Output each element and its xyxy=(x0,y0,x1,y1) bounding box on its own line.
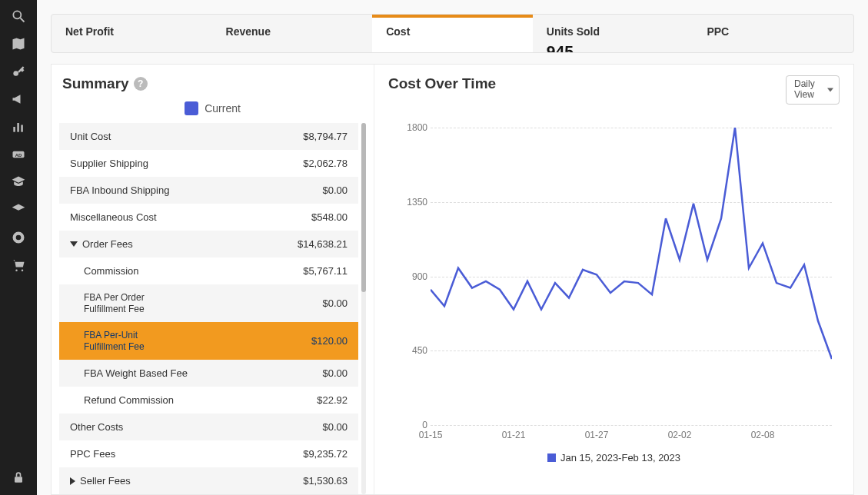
svg-rect-5 xyxy=(21,125,23,132)
cart-icon[interactable] xyxy=(10,257,27,274)
kpi-label: Net Profit xyxy=(65,25,198,38)
y-tick-label: 900 xyxy=(398,271,427,282)
scrollbar-thumb[interactable] xyxy=(361,123,366,292)
row-value: $5,767.11 xyxy=(303,265,348,277)
view-select-label: Daily View xyxy=(794,78,815,100)
row-value: $9,235.72 xyxy=(303,448,348,460)
table-row[interactable]: Refund Commission$22.92 xyxy=(59,387,358,414)
chart-area: 04509001350180001-1501-2101-2702-0202-08… xyxy=(388,112,840,494)
help-icon[interactable]: ? xyxy=(134,77,148,91)
summary-title: Summary xyxy=(62,75,129,92)
content-row: Summary ? Current Unit Cost$8,794.77Supp… xyxy=(51,64,854,495)
grad-cap-icon[interactable] xyxy=(10,174,27,191)
kpi-value: 945 xyxy=(547,42,680,53)
row-value: $0.00 xyxy=(322,421,348,433)
map-icon[interactable] xyxy=(10,35,27,52)
lock-icon[interactable] xyxy=(10,469,27,486)
chart-legend-text: Jan 15, 2023-Feb 13, 2023 xyxy=(560,452,680,463)
row-label: Unit Cost xyxy=(70,131,111,142)
search-icon[interactable] xyxy=(10,8,27,25)
table-row[interactable]: FBA Weight Based Fee$0.00 xyxy=(59,360,358,387)
kpi-cost[interactable]: Cost$27,751 xyxy=(372,15,533,52)
key-icon[interactable] xyxy=(10,63,27,80)
row-value: $22.92 xyxy=(317,394,348,406)
row-value: $2,062.78 xyxy=(303,158,348,169)
row-label: Order Fees xyxy=(70,238,133,250)
row-label: FBA Inbound Shipping xyxy=(70,184,169,196)
svg-rect-4 xyxy=(17,123,19,132)
row-label: Other Costs xyxy=(70,421,123,433)
view-select[interactable]: Daily View xyxy=(786,75,840,105)
row-label: Miscellaneous Cost xyxy=(70,211,157,223)
table-row[interactable]: Order Fees$14,638.21 xyxy=(59,231,358,257)
grid-line xyxy=(431,425,832,426)
legend-swatch xyxy=(185,101,198,115)
table-row[interactable]: Other Costs$0.00 xyxy=(59,414,358,440)
summary-legend: Current xyxy=(59,98,366,123)
chart-series-legend: Jan 15, 2023-Feb 13, 2023 xyxy=(388,452,840,463)
svg-rect-10 xyxy=(15,477,22,483)
legend-swatch-icon xyxy=(547,453,556,462)
table-row[interactable]: Supplier Shipping$2,062.78 xyxy=(59,150,358,177)
kpi-label: PPC xyxy=(707,25,840,38)
kpi-label: Cost xyxy=(386,25,519,38)
donut-icon[interactable] xyxy=(10,229,27,246)
svg-point-8 xyxy=(15,269,18,271)
chart-title: Cost Over Time xyxy=(388,75,496,92)
row-label: FBA Per OrderFulfillment Fee xyxy=(70,292,145,314)
kpi-net-profit[interactable]: Net Profit$691 xyxy=(52,15,212,52)
row-label: FBA Weight Based Fee xyxy=(70,367,188,379)
svg-point-9 xyxy=(22,269,24,271)
svg-point-2 xyxy=(13,71,18,76)
summary-title-row: Summary ? xyxy=(59,75,366,98)
legend-label: Current xyxy=(205,102,241,115)
megaphone-icon[interactable] xyxy=(10,91,27,108)
bars-icon[interactable] xyxy=(10,118,27,135)
table-row[interactable]: Seller Fees$1,530.63 xyxy=(59,467,358,494)
kpi-units-sold[interactable]: Units Sold945 xyxy=(533,15,693,52)
main-content: Net Profit$691Revenue$28,541Cost$27,751U… xyxy=(37,0,868,495)
x-tick-label: 02-02 xyxy=(668,430,692,440)
table-row[interactable]: FBA Per-UnitFulfillment Fee$120.00 xyxy=(59,322,358,360)
row-value: $8,794.77 xyxy=(303,131,348,142)
kpi-revenue[interactable]: Revenue$28,541 xyxy=(212,15,373,52)
row-label: PPC Fees xyxy=(70,448,115,460)
svg-point-0 xyxy=(13,11,21,18)
row-value: $1,530.63 xyxy=(303,475,348,487)
y-tick-label: 0 xyxy=(398,420,427,430)
row-label: Supplier Shipping xyxy=(70,158,148,169)
caret-down-icon[interactable] xyxy=(70,241,78,247)
y-tick-label: 1800 xyxy=(398,122,427,133)
table-row[interactable]: Miscellaneous Cost$548.00 xyxy=(59,204,358,231)
x-tick-label: 01-15 xyxy=(419,430,443,440)
grad-cap2-icon[interactable] xyxy=(10,201,27,218)
row-label: Seller Fees xyxy=(70,475,131,487)
row-label: Refund Commission xyxy=(70,394,174,406)
chart-line xyxy=(431,128,832,425)
x-tick-label: 01-27 xyxy=(585,430,609,440)
y-tick-label: 1350 xyxy=(398,197,427,208)
ad-icon[interactable]: AD xyxy=(10,146,27,163)
x-tick-label: 02-08 xyxy=(751,430,775,440)
nav-sidebar: AD xyxy=(0,0,37,495)
row-value: $0.00 xyxy=(322,297,348,309)
table-row[interactable]: PPC Fees$9,235.72 xyxy=(59,440,358,467)
table-row[interactable]: Unit Cost$8,794.77 xyxy=(59,123,358,150)
row-value: $548.00 xyxy=(311,211,348,223)
summary-panel: Summary ? Current Unit Cost$8,794.77Supp… xyxy=(52,65,374,494)
kpi-ppc[interactable]: PPC$6,350 xyxy=(693,15,853,52)
row-value: $14,638.21 xyxy=(298,238,348,250)
chart-panel: Cost Over Time Daily View 04509001350180… xyxy=(374,65,853,494)
caret-right-icon[interactable] xyxy=(70,477,75,485)
y-tick-label: 450 xyxy=(398,345,427,356)
chart-plot: 04509001350180001-1501-2101-2702-0202-08 xyxy=(431,128,832,425)
table-row[interactable]: Commission$5,767.11 xyxy=(59,257,358,284)
summary-scrollbar[interactable] xyxy=(361,123,366,494)
x-tick-label: 01-21 xyxy=(502,430,526,440)
svg-text:AD: AD xyxy=(15,153,22,158)
row-label: FBA Per-UnitFulfillment Fee xyxy=(70,330,145,352)
table-row[interactable]: FBA Inbound Shipping$0.00 xyxy=(59,177,358,204)
row-label: Commission xyxy=(70,265,139,277)
table-row[interactable]: FBA Per OrderFulfillment Fee$0.00 xyxy=(59,284,358,322)
summary-table: Unit Cost$8,794.77Supplier Shipping$2,06… xyxy=(59,123,366,494)
